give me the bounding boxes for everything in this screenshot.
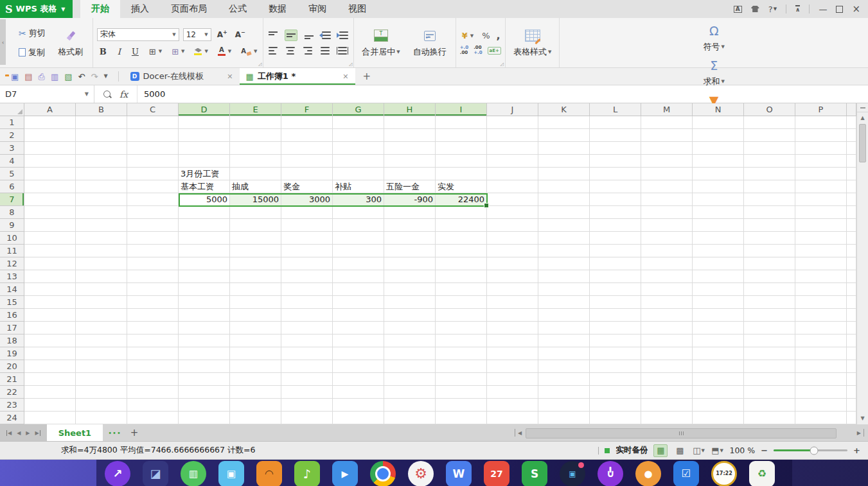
cell-F9[interactable] — [281, 219, 333, 232]
cell-D1[interactable] — [179, 116, 230, 129]
cell-B20[interactable] — [76, 360, 127, 373]
cell-C20[interactable] — [127, 360, 179, 373]
cell-P6[interactable] — [795, 180, 847, 193]
cell-K2[interactable] — [538, 129, 590, 142]
cell-E10[interactable] — [230, 232, 281, 245]
row-header-2[interactable]: 2 — [0, 129, 24, 142]
align-center-button[interactable] — [285, 46, 296, 56]
cell-P11[interactable] — [795, 245, 847, 257]
sheet-tab-sheet1[interactable]: Sheet1 — [47, 424, 103, 441]
cell-D10[interactable] — [179, 232, 230, 245]
cell-A12[interactable] — [24, 257, 76, 270]
cell-J18[interactable] — [487, 334, 538, 347]
cell-P2[interactable] — [795, 129, 847, 142]
font-color-button[interactable]: A▼ — [216, 46, 233, 57]
cell-H13[interactable] — [384, 270, 436, 283]
row-header-9[interactable]: 9 — [0, 219, 24, 232]
cell-L1[interactable] — [590, 116, 641, 129]
cell-I9[interactable] — [436, 219, 487, 232]
cell-M6[interactable] — [641, 180, 693, 193]
row-header-21[interactable]: 21 — [0, 373, 24, 386]
cell-H16[interactable] — [384, 309, 436, 322]
cell-E23[interactable] — [230, 399, 281, 412]
cell-N12[interactable] — [693, 257, 744, 270]
cell-stub-6[interactable] — [847, 180, 856, 193]
cell-P7[interactable] — [795, 193, 847, 206]
cell-B10[interactable] — [76, 232, 127, 245]
cell-J9[interactable] — [487, 219, 538, 232]
dock-icon-launcher[interactable]: ↗ — [105, 461, 130, 486]
cell-E7[interactable]: 15000 — [230, 193, 281, 206]
cell-E22[interactable] — [230, 386, 281, 399]
cell-I20[interactable] — [436, 360, 487, 373]
close-icon[interactable]: ✕ — [342, 73, 348, 81]
cell-A19[interactable] — [24, 347, 76, 360]
cell-F20[interactable] — [281, 360, 333, 373]
cell-I14[interactable] — [436, 283, 487, 296]
comma-format-button[interactable]: , — [497, 34, 500, 38]
select-all-corner[interactable] — [0, 103, 24, 116]
cell-N8[interactable] — [693, 206, 744, 219]
cell-K6[interactable] — [538, 180, 590, 193]
cell-F1[interactable] — [281, 116, 333, 129]
cell-H20[interactable] — [384, 360, 436, 373]
cell-G8[interactable] — [333, 206, 384, 219]
cell-F7[interactable]: 3000 — [281, 193, 333, 206]
assistant-button[interactable]: A — [734, 6, 742, 13]
cell-A6[interactable] — [24, 180, 76, 193]
cell-B4[interactable] — [76, 155, 127, 168]
cell-L14[interactable] — [590, 283, 641, 296]
cell-F13[interactable] — [281, 270, 333, 283]
cell-D7[interactable]: 5000 — [179, 193, 230, 206]
cell-M15[interactable] — [641, 296, 693, 309]
cell-M21[interactable] — [641, 373, 693, 386]
cell-C12[interactable] — [127, 257, 179, 270]
cell-I19[interactable] — [436, 347, 487, 360]
cell-stub-20[interactable] — [847, 360, 856, 373]
col-header-I[interactable]: I — [436, 103, 487, 116]
increase-indent-button[interactable] — [338, 30, 350, 40]
row-header-19[interactable]: 19 — [0, 347, 24, 360]
cell-L4[interactable] — [590, 155, 641, 168]
cell-I1[interactable] — [436, 116, 487, 129]
cell-D3[interactable] — [179, 142, 230, 155]
cell-O5[interactable] — [744, 168, 795, 180]
cell-A7[interactable] — [24, 193, 76, 206]
cell-K12[interactable] — [538, 257, 590, 270]
cell-E5[interactable] — [230, 168, 281, 180]
cell-K8[interactable] — [538, 206, 590, 219]
cell-H21[interactable] — [384, 373, 436, 386]
copy-button[interactable]: 复制 — [17, 46, 48, 60]
cell-G12[interactable] — [333, 257, 384, 270]
dialog-launcher-icon[interactable]: ◿ — [500, 62, 504, 67]
menu-tab-2[interactable]: 页面布局 — [160, 0, 218, 18]
cell-I7[interactable]: 22400 — [436, 193, 487, 206]
cell-J12[interactable] — [487, 257, 538, 270]
vertical-scroll-thumb[interactable] — [859, 124, 866, 162]
zoom-out-button[interactable]: − — [761, 446, 768, 455]
cell-G10[interactable] — [333, 232, 384, 245]
cell-O23[interactable] — [744, 399, 795, 412]
row-header-18[interactable]: 18 — [0, 334, 24, 347]
split-handle[interactable] — [857, 103, 868, 112]
cell-D23[interactable] — [179, 399, 230, 412]
cell-C15[interactable] — [127, 296, 179, 309]
cell-E6[interactable]: 抽成 — [230, 180, 281, 193]
distributed-button[interactable] — [337, 46, 348, 56]
cell-stub-24[interactable] — [847, 412, 856, 424]
row-header-22[interactable]: 22 — [0, 386, 24, 399]
cell-K15[interactable] — [538, 296, 590, 309]
cell-M12[interactable] — [641, 257, 693, 270]
decrease-font-button[interactable]: A− — [233, 29, 247, 40]
row-header-15[interactable]: 15 — [0, 296, 24, 309]
cell-O14[interactable] — [744, 283, 795, 296]
cell-stub-7[interactable] — [847, 193, 856, 206]
cell-D6[interactable]: 基本工资 — [179, 180, 230, 193]
cell-C9[interactable] — [127, 219, 179, 232]
cell-C13[interactable] — [127, 270, 179, 283]
cell-G17[interactable] — [333, 322, 384, 334]
cell-E19[interactable] — [230, 347, 281, 360]
cell-F11[interactable] — [281, 245, 333, 257]
row-header-23[interactable]: 23 — [0, 399, 24, 412]
decrease-decimal-button[interactable]: .00+.0 — [474, 46, 482, 55]
